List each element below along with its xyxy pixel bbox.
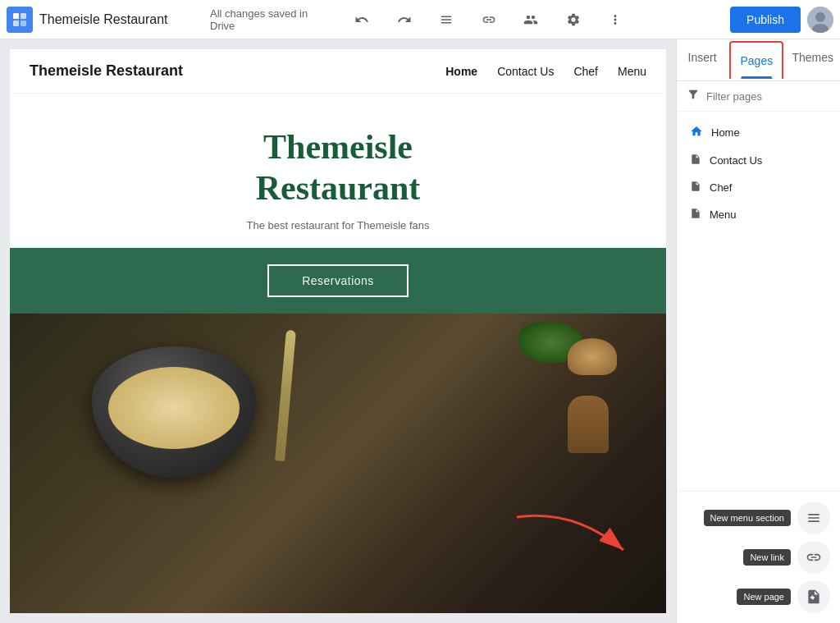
avatar[interactable]: [807, 7, 833, 33]
hero-title-line2: Restaurant: [256, 169, 421, 207]
svg-rect-1: [21, 13, 26, 19]
new-link-tooltip: New link: [743, 549, 791, 566]
hero-title: Themeisle Restaurant: [30, 126, 646, 209]
new-page-tooltip: New page: [737, 589, 791, 605]
mushroom1-decor: [568, 338, 617, 375]
settings-button[interactable]: [559, 5, 588, 34]
tab-themes[interactable]: Themes: [785, 39, 840, 80]
action-row-menu-section: New menu section: [687, 502, 830, 534]
hero-title-line1: Themeisle: [263, 128, 413, 166]
nav-contact[interactable]: Contact Us: [497, 65, 554, 78]
filter-input[interactable]: [706, 90, 840, 103]
app-icon[interactable]: [7, 7, 33, 33]
new-menu-section-button[interactable]: [797, 502, 830, 534]
autosave-status: All changes saved in Drive: [210, 7, 334, 32]
site-nav-links: Home Contact Us Chef Menu: [445, 65, 646, 78]
tab-pages[interactable]: Pages: [729, 41, 783, 79]
new-menu-section-tooltip: New menu section: [704, 510, 792, 526]
page-icon-menu: [690, 208, 701, 222]
svg-point-5: [815, 12, 825, 22]
share-button[interactable]: [516, 5, 546, 34]
more-button[interactable]: [600, 5, 630, 34]
pages-list: Home Contact Us Chef Menu: [677, 112, 840, 491]
svg-rect-0: [13, 13, 19, 19]
page-name-chef: Chef: [710, 181, 732, 194]
new-page-button[interactable]: [797, 580, 830, 613]
right-panel: Insert Pages Themes Home: [676, 39, 840, 623]
reservations-banner: Reservations: [10, 248, 666, 314]
soup-decor: [108, 367, 240, 449]
panel-tabs: Insert Pages Themes: [677, 39, 840, 81]
hero-section: Themeisle Restaurant The best restaurant…: [10, 94, 666, 248]
undo-button[interactable]: [347, 5, 377, 34]
publish-button[interactable]: Publish: [730, 7, 801, 33]
page-item-home[interactable]: Home: [677, 118, 840, 147]
action-row-new-page: New page: [687, 580, 830, 613]
action-row-new-link: New link: [687, 541, 830, 574]
link-button[interactable]: [474, 5, 504, 34]
food-background: [10, 314, 666, 613]
page-name-contact: Contact Us: [710, 154, 762, 167]
page-icon-contact: [690, 153, 701, 167]
website-preview: Themeisle Restaurant Home Contact Us Che…: [0, 39, 676, 623]
tab-insert[interactable]: Insert: [677, 39, 728, 80]
spoon-decor: [275, 330, 296, 461]
doc-title: Themeisle Restaurant: [39, 12, 168, 27]
preview-button[interactable]: [431, 5, 461, 34]
food-image-section: [10, 314, 666, 613]
nav-menu[interactable]: Menu: [618, 65, 646, 78]
hero-subtitle: The best restaurant for Themeisle fans: [30, 219, 646, 231]
page-item-menu[interactable]: Menu: [677, 201, 840, 228]
preview-inner: Themeisle Restaurant Home Contact Us Che…: [10, 49, 666, 613]
page-item-contact[interactable]: Contact Us: [677, 147, 840, 174]
new-link-button[interactable]: [797, 541, 830, 574]
site-logo: Themeisle Restaurant: [30, 62, 183, 80]
toolbar-right: Publish: [730, 7, 833, 33]
mushroom2-decor: [568, 396, 609, 453]
redo-button[interactable]: [390, 5, 419, 34]
page-name-home: Home: [711, 126, 740, 139]
svg-rect-3: [21, 21, 26, 26]
filter-bar: [677, 81, 840, 112]
nav-home[interactable]: Home: [445, 65, 477, 78]
nav-chef[interactable]: Chef: [573, 65, 598, 78]
home-icon: [690, 125, 703, 140]
food-image: [10, 314, 666, 613]
filter-icon: [687, 88, 700, 104]
page-item-chef[interactable]: Chef: [677, 174, 840, 201]
page-name-menu: Menu: [710, 208, 737, 221]
svg-rect-2: [13, 21, 19, 26]
site-nav: Themeisle Restaurant Home Contact Us Che…: [10, 49, 666, 94]
toolbar: Themeisle Restaurant All changes saved i…: [0, 0, 840, 39]
bottom-actions: New menu section New link New page: [677, 491, 840, 623]
page-icon-chef: [690, 181, 701, 195]
reservations-button[interactable]: Reservations: [267, 264, 409, 297]
toolbar-center: All changes saved in Drive: [210, 5, 630, 34]
main-layout: Themeisle Restaurant Home Contact Us Che…: [0, 39, 840, 623]
